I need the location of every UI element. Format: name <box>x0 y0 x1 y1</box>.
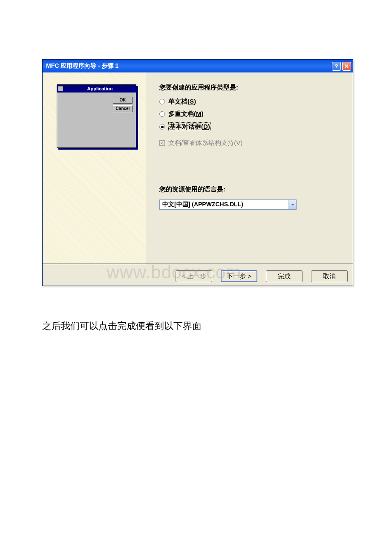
radio-label: 单文档(S) <box>168 98 196 106</box>
language-combobox[interactable]: 中文[中国] (APPWZCHS.DLL) <box>159 199 297 210</box>
wizard-body: Application OK Cancel 您要创建的应用程序类型是: 单文档(… <box>43 72 353 265</box>
back-button[interactable]: < 上一步 <box>176 270 212 282</box>
close-icon: ✕ <box>344 63 349 69</box>
app-type-question: 您要创建的应用程序类型是: <box>159 84 344 92</box>
preview-cancel-button: Cancel <box>113 105 133 112</box>
radio-icon <box>159 124 165 130</box>
close-button[interactable]: ✕ <box>342 62 351 71</box>
wizard-dialog: MFC 应用程序向导 - 步骤 1 ? ✕ Application OK Can… <box>42 59 353 286</box>
chevron-down-icon <box>291 204 294 205</box>
radio-single-document[interactable]: 单文档(S) <box>159 98 344 106</box>
language-question: 您的资源使用的语言是: <box>159 185 344 194</box>
separator <box>43 263 353 264</box>
radio-dialog-based[interactable]: 基本对话框(D) <box>159 122 344 131</box>
docview-checkbox: ✓ 文档/查看体系结构支持(V) <box>159 139 344 147</box>
finish-button[interactable]: 完成 <box>266 270 303 282</box>
titlebar[interactable]: MFC 应用程序向导 - 步骤 1 ? ✕ <box>43 60 353 72</box>
preview-ok-button: OK <box>113 97 133 104</box>
combobox-button[interactable] <box>288 200 296 209</box>
radio-dot-icon <box>161 126 164 128</box>
preview-panel: Application OK Cancel <box>43 72 146 265</box>
radio-label: 基本对话框(D) <box>168 122 211 131</box>
preview-titlebar: Application <box>57 85 136 92</box>
wizard-button-row: < 上一步 下一步 > 完成 取消 <box>176 270 348 282</box>
titlebar-text: MFC 应用程序向导 - 步骤 1 <box>46 62 331 70</box>
cancel-button[interactable]: 取消 <box>311 270 348 282</box>
help-icon: ? <box>335 63 338 69</box>
language-section: 您的资源使用的语言是: 中文[中国] (APPWZCHS.DLL) <box>159 185 344 210</box>
radio-icon <box>159 99 165 104</box>
preview-sysmenu-icon <box>58 86 63 91</box>
radio-label: 多重文档(M) <box>168 110 204 118</box>
preview-title: Application <box>65 86 135 91</box>
radio-multiple-document[interactable]: 多重文档(M) <box>159 110 344 118</box>
help-button[interactable]: ? <box>332 62 341 71</box>
checkbox-icon: ✓ <box>159 140 165 146</box>
next-button[interactable]: 下一步 > <box>221 270 257 282</box>
options-panel: 您要创建的应用程序类型是: 单文档(S) 多重文档(M) 基本对话框(D) ✓ … <box>146 72 353 265</box>
language-value: 中文[中国] (APPWZCHS.DLL) <box>160 201 288 208</box>
checkbox-label: 文档/查看体系结构支持(V) <box>168 139 242 147</box>
document-body-text: 之后我们可以点击完成便看到以下界面 <box>42 320 202 332</box>
preview-dialog: Application OK Cancel <box>57 84 136 148</box>
radio-icon <box>159 111 165 117</box>
